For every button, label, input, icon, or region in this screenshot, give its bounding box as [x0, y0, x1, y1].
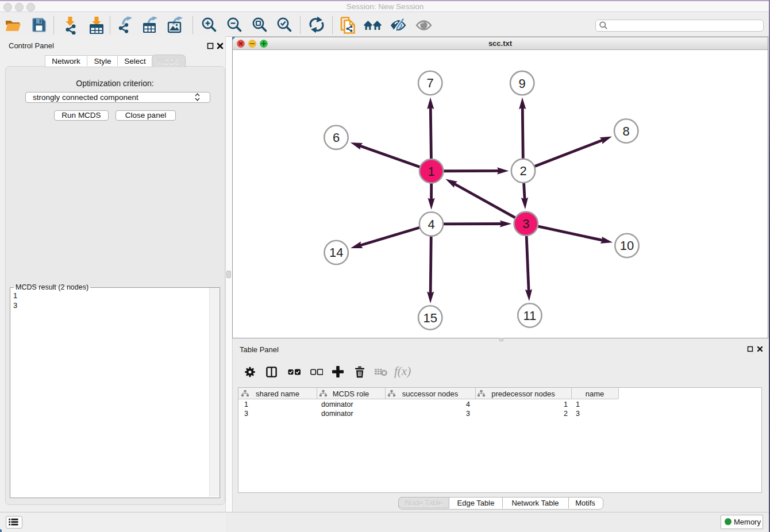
svg-text:3: 3: [522, 217, 529, 231]
svg-text:14: 14: [329, 245, 343, 260]
svg-text:10: 10: [620, 238, 634, 253]
svg-text:2: 2: [519, 164, 526, 178]
svg-text:9: 9: [519, 76, 526, 91]
svg-text:7: 7: [427, 76, 434, 90]
svg-text:11: 11: [523, 309, 536, 323]
svg-text:1: 1: [428, 164, 435, 179]
svg-text:4: 4: [428, 217, 434, 232]
svg-text:8: 8: [623, 124, 630, 138]
svg-text:6: 6: [333, 130, 340, 145]
svg-text:15: 15: [423, 311, 437, 325]
